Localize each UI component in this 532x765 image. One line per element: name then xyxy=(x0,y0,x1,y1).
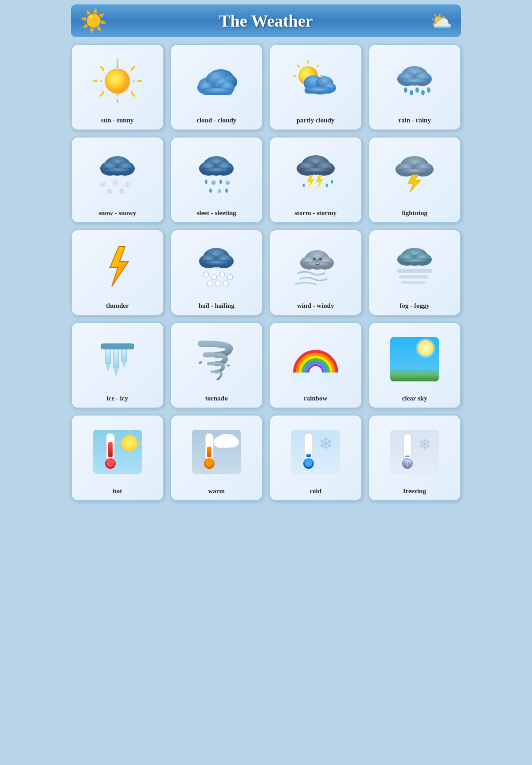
rainbow-icon xyxy=(273,327,359,391)
svg-marker-108 xyxy=(106,364,111,372)
card-storm-stormy: storm - stormy xyxy=(269,137,362,223)
svg-marker-13 xyxy=(133,80,136,82)
svg-point-89 xyxy=(219,272,225,277)
card-rain-rainy: rain - rainy xyxy=(368,44,462,130)
svg-point-45 xyxy=(415,87,419,93)
sleet-sleeting-label: sleet - sleeting xyxy=(197,209,236,217)
hot-icon xyxy=(74,420,160,483)
svg-text:❄: ❄ xyxy=(118,187,125,196)
svg-rect-103 xyxy=(400,259,429,264)
svg-rect-71 xyxy=(300,168,331,174)
svg-rect-26 xyxy=(202,88,233,95)
cold-icon: ❄ xyxy=(273,420,359,483)
card-freezing: ❄ freezing xyxy=(368,415,462,501)
svg-rect-151 xyxy=(405,435,410,457)
svg-rect-106 xyxy=(401,281,426,284)
svg-line-33 xyxy=(317,65,319,67)
svg-point-43 xyxy=(404,87,407,93)
svg-point-147 xyxy=(305,460,312,467)
freezing-label: freezing xyxy=(403,487,426,495)
card-partly-cloudy: partly cloudy xyxy=(269,44,362,130)
svg-text:❄: ❄ xyxy=(419,436,431,453)
svg-rect-114 xyxy=(199,361,203,364)
svg-marker-11 xyxy=(116,94,119,97)
svg-point-9 xyxy=(105,69,130,94)
svg-rect-115 xyxy=(227,364,230,367)
snow-snowy-label: snow - snowy xyxy=(98,209,136,217)
svg-rect-86 xyxy=(202,260,231,267)
svg-point-46 xyxy=(421,90,425,95)
svg-point-44 xyxy=(410,90,413,95)
svg-point-140 xyxy=(206,460,213,467)
svg-rect-105 xyxy=(399,275,428,279)
lightning-icon xyxy=(372,142,458,205)
sun-sunny-icon xyxy=(74,49,160,113)
storm-stormy-icon xyxy=(273,142,359,205)
svg-rect-80 xyxy=(399,169,430,175)
svg-point-90 xyxy=(227,275,233,280)
card-sun-sunny: sun - sunny xyxy=(71,44,164,130)
svg-point-91 xyxy=(207,281,212,286)
wind-windy-icon xyxy=(273,235,359,298)
tornado-label: tornado xyxy=(205,394,228,402)
card-hot: hot xyxy=(71,415,164,501)
svg-point-76 xyxy=(331,180,333,184)
svg-rect-121 xyxy=(93,430,142,474)
svg-rect-124 xyxy=(108,442,113,457)
svg-line-4 xyxy=(101,67,103,69)
sleet-sleeting-icon: ❄ ❄ ❄ xyxy=(174,142,260,205)
svg-point-98 xyxy=(313,258,316,260)
clear-sky-icon xyxy=(372,327,458,391)
svg-point-74 xyxy=(302,184,305,187)
svg-rect-138 xyxy=(207,447,211,457)
svg-point-63 xyxy=(219,180,222,184)
svg-marker-73 xyxy=(316,175,323,189)
partly-cloudy-label: partly cloudy xyxy=(297,116,334,124)
card-sleet-sleeting: ❄ ❄ ❄ sleet - sleeting xyxy=(170,137,263,223)
svg-point-92 xyxy=(215,281,220,286)
svg-marker-12 xyxy=(99,80,102,82)
card-ice-icy: ice - icy xyxy=(71,322,164,408)
svg-point-65 xyxy=(209,188,212,193)
svg-line-5 xyxy=(132,67,134,69)
svg-point-127 xyxy=(121,435,137,451)
hail-hailing-icon xyxy=(174,235,260,298)
svg-point-99 xyxy=(319,258,322,260)
svg-rect-113 xyxy=(101,344,134,349)
cloud-cloudy-label: cloud - cloudy xyxy=(196,116,236,124)
svg-text:❄: ❄ xyxy=(319,435,333,453)
svg-line-6 xyxy=(101,94,103,96)
snow-snowy-icon: ❄ ❄ ❄ ❄ ❄ xyxy=(74,142,160,205)
svg-point-67 xyxy=(225,188,228,193)
svg-point-88 xyxy=(211,275,217,280)
freezing-icon: ❄ xyxy=(372,420,458,483)
weather-grid: sun - sunny xyxy=(71,44,461,501)
card-hail-hailing: hail - hailing xyxy=(170,229,263,316)
lightning-label: lightning xyxy=(402,209,427,217)
svg-point-126 xyxy=(107,460,114,467)
svg-rect-60 xyxy=(202,168,231,174)
header-sun-icon: ☀️ xyxy=(80,8,107,34)
sun-sunny-label: sun - sunny xyxy=(101,116,133,124)
svg-marker-110 xyxy=(113,368,119,378)
card-rainbow: rainbow xyxy=(269,322,362,408)
svg-marker-112 xyxy=(121,361,127,368)
rain-rainy-label: rain - rainy xyxy=(399,116,431,124)
svg-point-93 xyxy=(223,281,228,286)
card-fog-foggy: fog - foggy xyxy=(368,229,462,316)
svg-marker-81 xyxy=(408,175,421,192)
cold-label: cold xyxy=(309,487,321,495)
wind-windy-label: wind - windy xyxy=(297,302,334,310)
svg-marker-72 xyxy=(307,175,314,189)
svg-text:❄: ❄ xyxy=(124,179,132,190)
header-cloud-icon: ⛅ xyxy=(430,11,452,31)
card-wind-windy: wind - windy xyxy=(269,229,362,316)
cloud-cloudy-icon xyxy=(174,49,260,113)
svg-point-135 xyxy=(225,437,239,447)
rainbow-label: rainbow xyxy=(304,394,327,402)
svg-text:❄: ❄ xyxy=(111,178,119,188)
svg-text:❄: ❄ xyxy=(211,179,216,187)
svg-line-32 xyxy=(297,65,299,67)
card-cloud-cloudy: cloud - cloudy xyxy=(170,44,263,130)
svg-point-120 xyxy=(416,338,435,358)
